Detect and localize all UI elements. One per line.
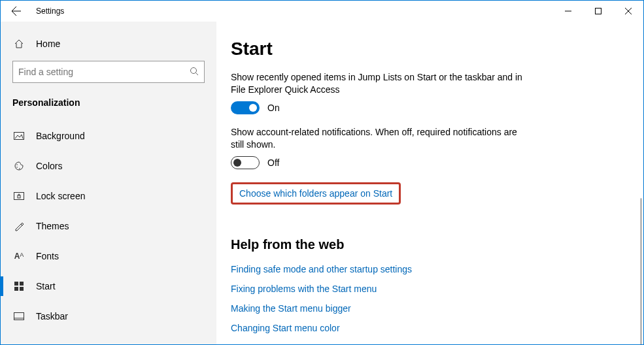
svg-point-7: [19, 168, 20, 169]
highlight-box: Choose which folders appear on Start: [231, 182, 401, 205]
scrollbar[interactable]: [640, 198, 642, 344]
svg-rect-12: [14, 287, 18, 291]
lock-screen-icon: [14, 192, 24, 200]
search-input[interactable]: [18, 67, 190, 77]
minimize-button[interactable]: [553, 1, 583, 22]
back-arrow-icon: [11, 6, 22, 16]
sidebar: Home Personalization Background Colors L…: [1, 22, 216, 344]
sidebar-item-colors[interactable]: Colors: [12, 151, 205, 181]
sidebar-item-label: Background: [36, 131, 85, 141]
svg-rect-9: [18, 195, 20, 198]
search-icon: [190, 67, 199, 78]
palette-icon: [14, 161, 24, 171]
maximize-button[interactable]: [583, 1, 613, 22]
svg-rect-14: [14, 313, 24, 320]
titlebar: Settings: [1, 1, 643, 22]
sidebar-item-themes[interactable]: Themes: [12, 211, 205, 241]
page-title: Start: [231, 39, 633, 59]
sidebar-category: Personalization: [12, 97, 205, 108]
toggle-jumplist-state: On: [267, 103, 280, 113]
back-button[interactable]: [1, 1, 32, 22]
help-link-start-color[interactable]: Changing Start menu color: [231, 323, 633, 333]
sidebar-item-start[interactable]: Start: [12, 271, 205, 301]
sidebar-item-label: Taskbar: [36, 311, 68, 321]
maximize-icon: [595, 8, 602, 14]
svg-point-5: [16, 164, 18, 165]
svg-rect-10: [14, 282, 18, 286]
toggle-account-notif[interactable]: [231, 156, 260, 169]
help-heading: Help from the web: [231, 237, 633, 252]
taskbar-icon: [14, 312, 24, 320]
sidebar-item-label: Start: [36, 281, 56, 291]
toggle-account-notif-state: Off: [267, 157, 279, 168]
help-link-bigger-start[interactable]: Making the Start menu bigger: [231, 303, 633, 314]
svg-rect-13: [20, 287, 24, 291]
svg-rect-1: [596, 8, 602, 14]
svg-line-3: [196, 73, 199, 75]
sidebar-item-lock-screen[interactable]: Lock screen: [12, 181, 205, 211]
sidebar-item-background[interactable]: Background: [12, 121, 205, 151]
fonts-icon: AA: [14, 252, 24, 261]
sidebar-home-label: Home: [36, 39, 60, 49]
sidebar-item-taskbar[interactable]: Taskbar: [12, 301, 205, 331]
home-icon: [14, 39, 24, 49]
sidebar-home[interactable]: Home: [12, 35, 205, 56]
choose-folders-link[interactable]: Choose which folders appear on Start: [239, 188, 392, 199]
help-link-fix-start[interactable]: Fixing problems with the Start menu: [231, 284, 633, 294]
close-button[interactable]: [613, 1, 643, 22]
sidebar-item-fonts[interactable]: AA Fonts: [12, 241, 205, 271]
toggle-jumplist[interactable]: [231, 101, 260, 114]
help-link-safe-mode[interactable]: Finding safe mode and other startup sett…: [231, 264, 633, 274]
svg-rect-11: [20, 282, 24, 286]
svg-point-6: [16, 167, 18, 168]
themes-icon: [14, 221, 24, 231]
close-icon: [625, 8, 632, 14]
sidebar-item-label: Fonts: [36, 251, 59, 261]
sidebar-item-label: Lock screen: [36, 191, 85, 201]
search-box[interactable]: [12, 61, 205, 83]
setting-account-notif-desc: Show account-related notifications. When…: [231, 126, 532, 151]
svg-point-2: [191, 67, 197, 73]
window-title: Settings: [32, 7, 64, 16]
main-panel: Start Show recently opened items in Jump…: [216, 22, 643, 344]
picture-icon: [14, 132, 24, 140]
sidebar-item-label: Colors: [36, 161, 62, 171]
sidebar-item-label: Themes: [36, 221, 69, 231]
svg-rect-8: [14, 193, 24, 200]
start-icon: [14, 282, 24, 291]
setting-jumplist-desc: Show recently opened items in Jump Lists…: [231, 71, 532, 96]
minimize-icon: [565, 8, 571, 14]
